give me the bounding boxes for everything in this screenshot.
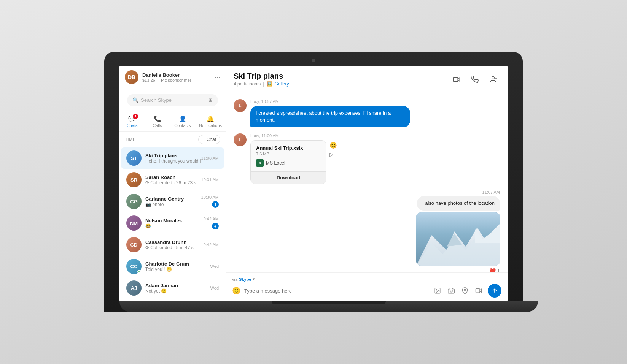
table-row: L Lucy, 11:00 AM Annual Ski Trip.xslx 7,… <box>234 133 500 184</box>
contacts-icon: 👤 <box>179 115 186 122</box>
svg-rect-13 <box>476 289 480 293</box>
add-person-button[interactable] <box>486 73 500 86</box>
svg-point-12 <box>464 289 466 291</box>
camera-button[interactable] <box>446 285 457 296</box>
list-item[interactable]: SR Sarah Roach ⟳ Call ended · 26 m 23 s … <box>121 169 224 190</box>
chat-name: Cassandra Drunn <box>145 239 204 245</box>
video-message-button[interactable] <box>473 285 484 296</box>
reaction-row: ❤️ 1 <box>489 268 500 272</box>
list-item[interactable]: CG Carianne Gentry 📷 photo 10:30 AM 1 <box>121 191 224 212</box>
chat-meta: 11:08 AM <box>201 156 219 160</box>
send-button[interactable] <box>488 284 501 298</box>
message-input[interactable] <box>244 288 428 294</box>
chat-time: 9:42 AM <box>204 242 219 247</box>
chat-preview: 😂 <box>145 223 204 229</box>
file-card-body: Annual Ski Trip.xslx 7,6 MB X MS Excel <box>251 141 326 171</box>
chat-preview: 📷 photo <box>145 202 201 207</box>
photo-attachment[interactable] <box>416 212 500 266</box>
notifications-icon: 🔔 <box>207 115 214 122</box>
sidebar: DB Danielle Booker $13.26 · Plz sponsor … <box>119 66 226 301</box>
reaction-count: 1 <box>497 268 500 272</box>
tab-chats[interactable]: 💬 2 Chats <box>119 113 145 131</box>
search-input[interactable]: Search Skype <box>141 97 206 103</box>
contacts-label: Contacts <box>174 123 191 128</box>
chat-meta: 10:31 AM <box>201 177 219 182</box>
file-size: 7,6 MB <box>256 152 321 156</box>
table-row: 11:07 AM I also have photos of the locat… <box>234 190 500 272</box>
laptop-base <box>119 301 538 312</box>
excel-icon: X <box>256 159 264 167</box>
profile-info: Danielle Booker $13.26 · Plz sponsor me! <box>142 72 215 82</box>
message-input-area: via Skype ▾ 🙂 <box>226 272 508 301</box>
avatar: DB <box>125 70 138 84</box>
avatar: CD <box>126 237 142 252</box>
image-upload-button[interactable] <box>432 285 443 296</box>
svg-rect-0 <box>454 77 458 82</box>
outgoing-group: 11:07 AM I also have photos of the locat… <box>416 190 500 272</box>
emoji-reaction-button[interactable]: 😊 <box>329 142 337 149</box>
message-time: 11:07 AM <box>482 190 500 195</box>
new-chat-button[interactable]: + Chat <box>198 135 220 144</box>
search-bar[interactable]: 🔍 Search Skype ⊞ <box>127 94 218 106</box>
unread-badge: 1 <box>212 201 219 208</box>
chat-time: 9:42 AM <box>204 217 219 221</box>
chat-name: Sarah Roach <box>145 174 201 180</box>
grid-icon: ⊞ <box>208 97 213 103</box>
laptop-screen: DB Danielle Booker $13.26 · Plz sponsor … <box>119 66 508 301</box>
tab-notifications[interactable]: 🔔 Notifications <box>195 113 226 131</box>
chat-time: Wed <box>210 286 219 290</box>
message-content: Lucy, 10:57 AM I created a spreadsheet a… <box>250 99 410 127</box>
chats-badge: 2 <box>133 114 138 119</box>
chat-preview: ⟳ Call ended · 26 m 23 s <box>145 180 201 185</box>
search-icon: 🔍 <box>132 97 138 103</box>
tab-contacts[interactable]: 👤 Contacts <box>170 113 195 131</box>
message-sender-time: Lucy, 11:00 AM <box>250 133 337 138</box>
chat-name: Adam Jarman <box>145 283 210 288</box>
location-button[interactable] <box>460 285 470 296</box>
message-bubble: I also have photos of the location <box>417 196 500 210</box>
time-sort-label[interactable]: TIME <box>125 137 136 142</box>
more-options-button[interactable]: ··· <box>215 73 220 81</box>
gallery-link[interactable]: Gallery <box>275 81 289 87</box>
avatar: CC <box>126 259 142 274</box>
laptop-camera <box>312 59 315 62</box>
emoji-button[interactable]: 🙂 <box>232 286 240 295</box>
list-item[interactable]: AJ Adam Jarman Not yet 😟 Wed <box>121 277 224 299</box>
chat-name: Ski Trip plans <box>145 153 201 158</box>
chat-preview: Hehe, I thought you would like <box>145 158 201 164</box>
chat-subtitle: 4 participants | 🖼️ Gallery <box>234 81 289 87</box>
list-item[interactable]: CC Charlotte De Crum Told you!! 😁 Wed <box>121 256 224 277</box>
file-type: X MS Excel <box>256 159 321 167</box>
forward-button[interactable]: ▷ <box>329 151 337 157</box>
svg-point-1 <box>492 76 495 79</box>
messages-area: L Lucy, 10:57 AM I created a spreadsheet… <box>226 93 508 272</box>
chat-time: 10:30 AM <box>201 195 219 199</box>
chat-name: Carianne Gentry <box>145 196 201 202</box>
tab-calls[interactable]: 📞 Calls <box>145 113 170 131</box>
file-name: Annual Ski Trip.xslx <box>256 145 321 151</box>
chat-preview: Not yet 😟 <box>145 288 210 294</box>
list-item[interactable]: CD Cassandra Drunn ⟳ Call ended · 5 m 47… <box>121 234 224 255</box>
audio-call-button[interactable] <box>468 73 482 86</box>
chat-time: 10:31 AM <box>201 177 219 182</box>
chat-time: 11:08 AM <box>201 156 219 160</box>
chat-preview: Told you!! 😁 <box>145 267 210 272</box>
chat-info: Nelson Morales 😂 <box>145 218 204 229</box>
input-row: 🙂 <box>232 284 501 298</box>
chat-time: Wed <box>210 264 219 269</box>
nav-tabs: 💬 2 Chats 📞 Calls 👤 Contacts 🔔 Notificat… <box>119 111 226 132</box>
file-attachment: Annual Ski Trip.xslx 7,6 MB X MS Excel D… <box>250 140 326 184</box>
chat-header-info: Ski Trip plans 4 participants | 🖼️ Galle… <box>234 72 289 87</box>
chat-info: Cassandra Drunn ⟳ Call ended · 5 m 47 s <box>145 239 204 250</box>
online-indicator <box>137 270 141 274</box>
avatar: AJ <box>126 280 142 296</box>
list-item[interactable]: ST Ski Trip plans Hehe, I thought you wo… <box>121 147 224 169</box>
list-item[interactable]: NM Nelson Morales 😂 9:42 AM 4 <box>121 212 224 234</box>
message-content: Lucy, 11:00 AM Annual Ski Trip.xslx 7,6 … <box>250 133 337 184</box>
video-call-button[interactable] <box>450 73 463 86</box>
download-button[interactable]: Download <box>251 171 326 184</box>
header-actions <box>450 73 500 86</box>
skype-link[interactable]: Skype <box>239 277 251 282</box>
svg-point-11 <box>450 290 452 292</box>
chat-name: Nelson Morales <box>145 218 204 223</box>
